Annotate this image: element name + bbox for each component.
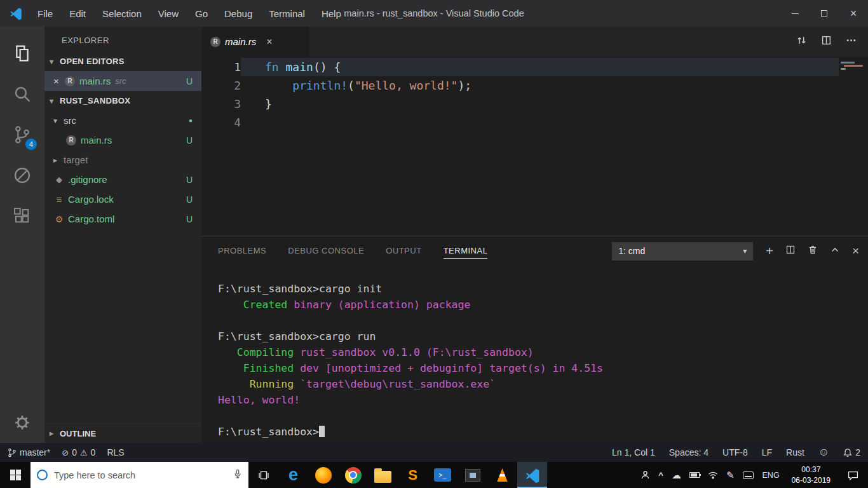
- task-view-button[interactable]: [248, 462, 278, 488]
- terminal-selector-dropdown[interactable]: 1: cmd ▾: [612, 242, 753, 261]
- chrome-taskbar-icon[interactable]: [338, 462, 368, 488]
- line-number: 3: [201, 95, 241, 113]
- split-terminal-button[interactable]: [785, 245, 796, 257]
- split-editor-icon[interactable]: [821, 35, 832, 48]
- firefox-taskbar-icon[interactable]: [308, 462, 338, 488]
- maximize-button[interactable]: [810, 0, 839, 27]
- terminal-output[interactable]: F:\rust_sandbox>cargo init Created binar…: [201, 266, 868, 443]
- folder-icon: [374, 471, 391, 483]
- powershell-taskbar-icon[interactable]: >_: [428, 462, 458, 488]
- tab-close-icon[interactable]: ×: [266, 36, 272, 48]
- folder-section-header[interactable]: ▾ RUST_SANDBOX: [44, 91, 201, 111]
- rls-status[interactable]: RLS: [107, 447, 124, 458]
- sublime-taskbar-icon[interactable]: S: [398, 462, 428, 488]
- line-number: 2: [201, 76, 241, 95]
- app-window-taskbar-icon[interactable]: [458, 462, 487, 488]
- vscode-logo-icon: [9, 6, 23, 20]
- notification-center-icon[interactable]: [840, 470, 865, 480]
- edge-taskbar-icon[interactable]: e: [278, 462, 308, 488]
- terminal-line: Finished dev [unoptimized + debuginfo] t…: [218, 360, 868, 376]
- menu-go[interactable]: Go: [187, 0, 216, 27]
- git-status-badge: U: [186, 76, 193, 86]
- taskbar-clock[interactable]: 00:37 06-03-2019: [787, 464, 836, 485]
- notifications-status[interactable]: 2: [843, 447, 860, 458]
- window-title: main.rs - rust_sandbox - Visual Studio C…: [344, 8, 524, 18]
- terminal-line: Created binary (application) package: [218, 297, 868, 313]
- kill-terminal-button[interactable]: [808, 245, 818, 257]
- menu-file[interactable]: File: [29, 0, 61, 27]
- menu-view[interactable]: View: [150, 0, 187, 27]
- tree-item-src[interactable]: ▾src●: [44, 111, 201, 130]
- git-status-badge: U: [186, 175, 193, 185]
- status-indentation[interactable]: Spaces: 4: [669, 447, 709, 458]
- status-encoding[interactable]: UTF-8: [722, 447, 748, 458]
- panel-tab-debug-console[interactable]: DEBUG CONSOLE: [288, 243, 364, 259]
- minimize-button[interactable]: [780, 0, 810, 27]
- start-button[interactable]: [0, 462, 31, 488]
- panel-actions: + ×: [766, 244, 859, 258]
- open-editors-section-header[interactable]: ▾ OPEN EDITORS: [44, 51, 201, 71]
- battery-icon[interactable]: [688, 472, 702, 478]
- file-explorer-taskbar-icon[interactable]: [368, 462, 398, 488]
- pen-icon[interactable]: ✎: [724, 470, 736, 481]
- taskbar-search-box[interactable]: [31, 462, 248, 488]
- close-editor-icon[interactable]: ×: [53, 76, 65, 86]
- new-terminal-button[interactable]: +: [766, 245, 773, 257]
- tree-item-main-rs[interactable]: Rmain.rsU: [44, 130, 201, 150]
- extensions-view-button[interactable]: [0, 196, 44, 236]
- debug-view-button[interactable]: [0, 155, 44, 196]
- onedrive-cloud-icon[interactable]: ☁: [670, 470, 683, 481]
- twistie-icon: ▾: [50, 97, 60, 105]
- problems-status[interactable]: ⊘ 0 ⚠ 0: [62, 447, 95, 458]
- search-view-button[interactable]: [0, 74, 44, 114]
- close-panel-button[interactable]: ×: [852, 244, 859, 258]
- file-tree: ▾src●Rmain.rsU▸target◆.gitignoreU≡Cargo.…: [44, 111, 201, 229]
- panel-tab-output[interactable]: OUTPUT: [386, 243, 421, 259]
- menu-terminal[interactable]: Terminal: [261, 0, 313, 27]
- panel-tab-problems[interactable]: PROBLEMS: [218, 243, 266, 259]
- source-control-view-button[interactable]: 4: [0, 114, 44, 155]
- git-branch-status[interactable]: master*: [8, 447, 50, 458]
- terminal-line: F:\rust_sandbox>cargo init: [218, 281, 868, 297]
- status-eol[interactable]: LF: [762, 447, 772, 458]
- tree-item-label: Cargo.lock: [68, 194, 114, 205]
- vscode-taskbar-icon[interactable]: [517, 462, 547, 488]
- modified-dot-icon: ●: [189, 117, 193, 124]
- tab-main-rs[interactable]: R main.rs ×: [201, 27, 309, 57]
- open-editor-item-main-rs[interactable]: × R main.rs src U: [44, 71, 201, 91]
- wifi-icon[interactable]: [706, 471, 720, 479]
- vlc-taskbar-icon[interactable]: [487, 462, 517, 488]
- minimap[interactable]: [839, 58, 868, 236]
- feedback-smiley-icon[interactable]: ☺: [818, 446, 829, 459]
- open-editor-file-name: main.rs: [79, 76, 111, 86]
- tree-item-cargo-toml[interactable]: ⚙Cargo.tomlU: [44, 209, 201, 229]
- tree-item-target[interactable]: ▸target: [44, 150, 201, 170]
- hidden-icons-chevron[interactable]: ^: [656, 470, 665, 480]
- settings-gear-button[interactable]: [0, 402, 44, 443]
- menu-selection[interactable]: Selection: [94, 0, 150, 27]
- people-icon[interactable]: [639, 470, 652, 480]
- menu-edit[interactable]: Edit: [61, 0, 94, 27]
- status-cursor-position[interactable]: Ln 1, Col 1: [612, 447, 655, 458]
- outline-section-header[interactable]: ▸ OUTLINE: [44, 423, 201, 443]
- more-actions-icon[interactable]: [846, 35, 857, 48]
- tree-item-gitignore[interactable]: ◆.gitignoreU: [44, 170, 201, 189]
- microphone-icon[interactable]: [233, 469, 242, 482]
- touch-keyboard-icon[interactable]: [741, 471, 756, 479]
- edge-icon: e: [288, 466, 298, 484]
- close-icon: ×: [850, 7, 857, 20]
- search-input[interactable]: [54, 470, 233, 480]
- language-indicator[interactable]: ENG: [760, 471, 782, 480]
- explorer-view-button[interactable]: [0, 33, 44, 74]
- maximize-panel-button[interactable]: [830, 245, 840, 257]
- code-editor[interactable]: 1234 fn main() { println!("Hello, world!…: [201, 57, 868, 236]
- close-button[interactable]: ×: [839, 0, 868, 27]
- panel-tab-terminal[interactable]: TERMINAL: [444, 243, 488, 259]
- screen: FileEditSelectionViewGoDebugTerminalHelp…: [0, 0, 868, 488]
- tree-item-cargo-lock[interactable]: ≡Cargo.lockU: [44, 189, 201, 209]
- menu-debug[interactable]: Debug: [216, 0, 261, 27]
- status-language-mode[interactable]: Rust: [786, 447, 804, 458]
- extensions-icon: [12, 206, 32, 226]
- open-changes-icon[interactable]: [796, 35, 807, 48]
- chevron-icon: ▾: [53, 116, 64, 125]
